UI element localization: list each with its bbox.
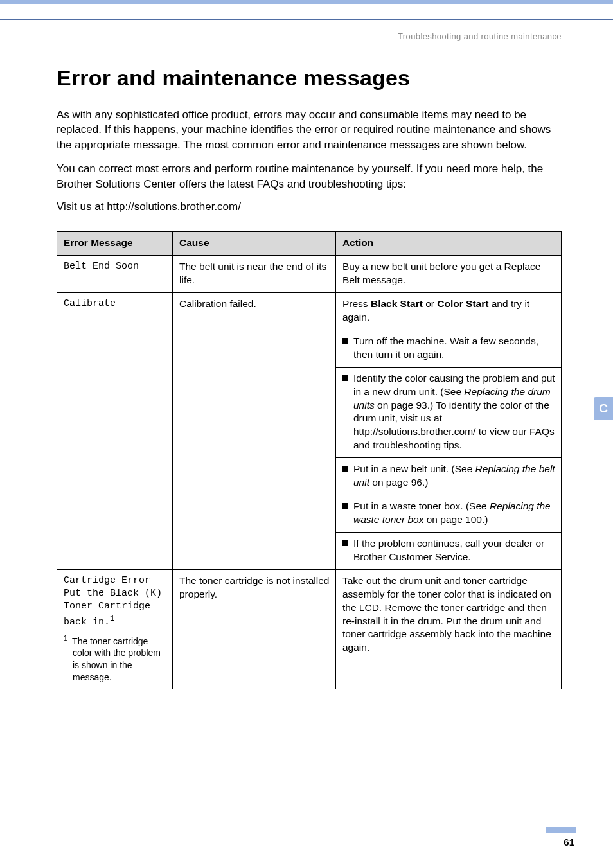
table-row: Calibrate Calibration failed. Press Blac… [57, 293, 562, 570]
bullet-icon [342, 375, 348, 381]
breadcrumb: Troubleshooting and routine maintenance [57, 31, 562, 41]
error-message-line: Put the Black (K) Toner Cartridge back i… [64, 587, 167, 629]
bullet-icon [342, 338, 348, 344]
cause-cell: The belt unit is near the end of its lif… [173, 256, 336, 293]
action-text-bold: Black Start [371, 298, 423, 309]
error-message-cell: Calibrate [57, 293, 173, 570]
table-row: Belt End Soon The belt unit is near the … [57, 256, 562, 293]
page-number-block: 61 [546, 827, 576, 847]
action-link[interactable]: http://solutions.brother.com/ [353, 426, 475, 437]
visit-line: Visit us at http://solutions.brother.com… [57, 200, 562, 213]
section-tab: C [594, 397, 613, 420]
footnote-marker: 1 [64, 635, 67, 642]
page-number: 61 [546, 837, 576, 847]
footnote-ref: 1 [110, 614, 115, 623]
footnote-text: The toner cartridge color with the probl… [72, 635, 161, 682]
error-message-line: Cartridge Error [64, 574, 167, 587]
action-item: Put in a new belt unit. (See Replacing t… [336, 458, 561, 495]
bullet-icon [342, 503, 348, 509]
table-header-row: Error Message Cause Action [57, 232, 562, 256]
error-table: Error Message Cause Action Belt End Soon… [57, 231, 562, 689]
action-cell: Press Black Start or Color Start and try… [336, 293, 562, 570]
action-text-pre: Press [342, 298, 371, 309]
page-number-bar [546, 827, 576, 833]
action-text-mid: or [423, 298, 437, 309]
header-error-message: Error Message [57, 232, 173, 256]
visit-link[interactable]: http://solutions.brother.com/ [107, 200, 241, 213]
error-message-cell: Cartridge Error Put the Black (K) Toner … [57, 569, 173, 689]
action-item: Press Black Start or Color Start and try… [336, 293, 561, 330]
action-item: If the problem continues, call your deal… [336, 533, 561, 569]
action-text-pre: Put in a waste toner box. (See [353, 500, 490, 511]
action-text-pre: Put in a new belt unit. (See [353, 463, 475, 474]
header-action: Action [336, 232, 562, 256]
bullet-icon [342, 540, 348, 546]
footnote: 1 The toner cartridge color with the pro… [64, 634, 167, 684]
action-text-post: on page 96.) [369, 477, 428, 488]
cause-cell: The toner cartridge is not installed pro… [173, 569, 336, 689]
action-item: Turn off the machine. Wait a few seconds… [336, 330, 561, 368]
intro-paragraph-1: As with any sophisticated office product… [57, 107, 562, 152]
action-cell: Take out the drum unit and toner cartrid… [336, 569, 562, 689]
action-text: Put in a waste toner box. (See Replacing… [353, 500, 556, 527]
action-text: If the problem continues, call your deal… [353, 537, 556, 564]
cause-cell: Calibration failed. [173, 293, 336, 570]
header-cause: Cause [173, 232, 336, 256]
action-text-post: on page 100.) [423, 514, 488, 525]
action-item: Identify the color causing the problem a… [336, 368, 561, 459]
action-cell: Buy a new belt unit before you get a Rep… [336, 256, 562, 293]
intro-paragraph-2: You can correct most errors and perform … [57, 161, 562, 191]
action-text: Identify the color causing the problem a… [353, 372, 556, 453]
visit-prefix: Visit us at [57, 200, 107, 213]
action-text-mid: on page 93.) To identify the color of th… [353, 400, 549, 424]
page-title: Error and maintenance messages [57, 66, 562, 91]
action-item: Put in a waste toner box. (See Replacing… [336, 495, 561, 533]
bullet-icon [342, 466, 348, 472]
action-text-bold: Color Start [437, 298, 488, 309]
table-row: Cartridge Error Put the Black (K) Toner … [57, 569, 562, 689]
action-text: Put in a new belt unit. (See Replacing t… [353, 463, 556, 490]
error-message-cell: Belt End Soon [57, 256, 173, 293]
action-text: Turn off the machine. Wait a few seconds… [353, 335, 556, 362]
